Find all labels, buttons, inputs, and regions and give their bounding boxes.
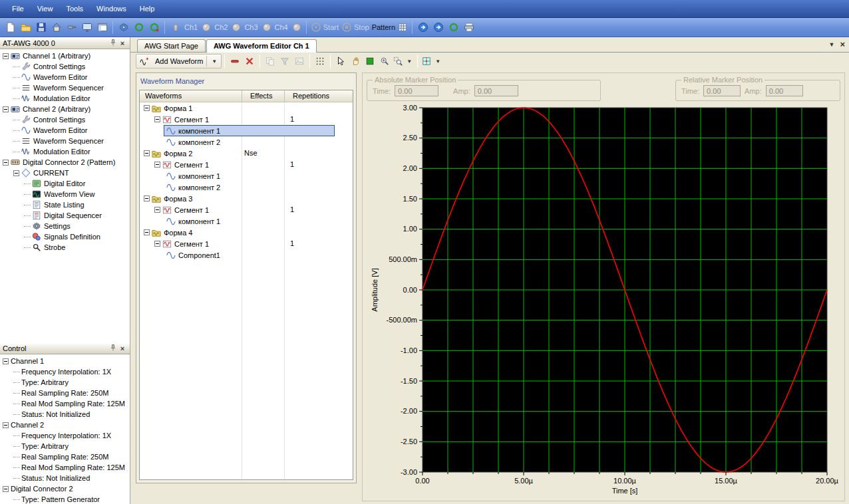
ch3-toggle-button[interactable]: Ch3 xyxy=(243,20,273,35)
tree-item-digital-editor[interactable]: Digital Editor xyxy=(0,178,130,189)
control-item-frequency-interpolation-1x[interactable]: Frequency Interpolation: 1X xyxy=(0,430,130,441)
layout-button[interactable] xyxy=(94,20,110,35)
close-panel-button[interactable]: × xyxy=(118,39,127,48)
close-panel-button[interactable]: × xyxy=(118,344,127,353)
run-button[interactable] xyxy=(415,20,430,35)
absolute-amp-input[interactable] xyxy=(474,85,518,96)
wm-component-row[interactable]: компонент 2 xyxy=(140,182,353,193)
tab-awg-start-page[interactable]: AWG Start Page xyxy=(137,39,206,52)
control-item-type-arbitrary[interactable]: Type: Arbitrary xyxy=(0,441,130,451)
tree-item-signals-definition[interactable]: Signals Definition xyxy=(0,231,130,242)
tree-item-digital-sequencer[interactable]: Digital Sequencer xyxy=(0,210,130,221)
control-item-type-pattern-generator[interactable]: Type: Pattern Generator xyxy=(0,494,130,504)
marker-tool-button[interactable]: ▼ xyxy=(421,54,443,68)
tab-list-dropdown-button[interactable]: ▼ xyxy=(828,40,834,49)
tree-item-control-settings[interactable]: Control Settings xyxy=(0,61,130,72)
control-item-real-mod-sampling-rate-125m[interactable]: Real Mod Sampling Rate: 125M xyxy=(0,462,130,473)
menu-tools[interactable]: Tools xyxy=(59,1,90,16)
control-item-status-not-initialized[interactable]: Status: Not Initialized xyxy=(0,409,130,420)
tree-item-state-listing[interactable]: State Listing xyxy=(0,199,130,210)
new-button[interactable] xyxy=(3,20,18,35)
column-waveforms[interactable]: Waveforms xyxy=(140,90,242,102)
select-region-button[interactable] xyxy=(363,54,377,68)
pin-panel-button[interactable] xyxy=(108,344,118,354)
open-button[interactable] xyxy=(18,20,33,35)
stop-button[interactable]: Stop xyxy=(340,20,371,35)
tree-expander[interactable] xyxy=(3,106,9,112)
tree-item-control-settings[interactable]: Control Settings xyxy=(0,114,130,125)
control-item-type-arbitrary[interactable]: Type: Arbitrary xyxy=(0,377,130,388)
control-item-status-not-initialized[interactable]: Status: Not Initialized xyxy=(0,473,130,483)
wm-component-row[interactable]: компонент 1 xyxy=(140,170,353,182)
wm-component-row[interactable]: компонент 1 xyxy=(140,125,353,136)
tree-expander[interactable] xyxy=(154,116,160,122)
tree-expander[interactable] xyxy=(154,162,160,168)
control-item-real-mod-sampling-rate-125m[interactable]: Real Mod Sampling Rate: 125M xyxy=(0,398,130,409)
tree-item-waveform-sequencer[interactable]: Waveform Sequencer xyxy=(0,82,130,93)
save-button[interactable] xyxy=(33,20,49,35)
tree-item-settings[interactable]: Settings xyxy=(0,221,130,231)
tree-expander[interactable] xyxy=(144,195,150,201)
add-waveform-button[interactable]: Add Waveform ▼ xyxy=(136,54,222,68)
tree-item-digital-connector-2-pattern[interactable]: Digital Connector 2 (Pattern) xyxy=(0,157,130,168)
settings-button[interactable] xyxy=(116,20,131,35)
tree-expander[interactable] xyxy=(3,422,9,428)
menu-help[interactable]: Help xyxy=(133,1,162,16)
wm-form-row[interactable]: Форма 2Nse xyxy=(140,148,353,159)
pattern-button[interactable]: Pattern xyxy=(371,20,409,35)
remove-waveform-button[interactable] xyxy=(228,54,242,68)
run-all-button[interactable] xyxy=(430,20,446,35)
wm-component-row[interactable]: Component1 xyxy=(140,249,353,261)
tree-item-waveform-editor[interactable]: Waveform Editor xyxy=(0,125,130,136)
wm-component-row[interactable]: компонент 2 xyxy=(140,136,353,148)
grid-toggle-button[interactable] xyxy=(313,54,327,68)
menu-file[interactable]: File xyxy=(5,1,31,16)
upload-button[interactable] xyxy=(168,20,183,35)
tree-item-current[interactable]: CURRENT xyxy=(0,168,130,178)
ch1-toggle-button[interactable]: Ch1 xyxy=(183,20,213,35)
chevron-down-icon[interactable]: ▼ xyxy=(405,59,413,64)
control-item-frequency-interpolation-1x[interactable]: Frequency Interpolation: 1X xyxy=(0,366,130,377)
refresh-button[interactable] xyxy=(446,20,461,35)
menu-view[interactable]: View xyxy=(31,1,60,16)
loop-record-button[interactable] xyxy=(146,20,162,35)
monitor-button[interactable] xyxy=(79,20,94,35)
wm-form-row[interactable]: Форма 1 xyxy=(140,102,353,114)
tree-item-waveform-sequencer[interactable]: Waveform Sequencer xyxy=(0,136,130,146)
waveform-chart[interactable]: 3.002.502.001.501.00500.00m0.00-500.00m-… xyxy=(367,102,840,498)
pan-tool-button[interactable] xyxy=(348,54,363,68)
wm-form-row[interactable]: Форма 3 xyxy=(140,193,353,204)
tree-expander[interactable] xyxy=(3,160,9,166)
menu-windows[interactable]: Windows xyxy=(90,1,133,16)
zoom-region-button[interactable]: ▼ xyxy=(392,54,415,68)
chevron-down-icon[interactable]: ▼ xyxy=(434,59,442,64)
tree-expander[interactable] xyxy=(144,105,150,111)
control-item-real-sampling-rate-250m[interactable]: Real Sampling Rate: 250M xyxy=(0,388,130,398)
column-repetitions[interactable]: Repetitions xyxy=(284,90,353,102)
column-effects[interactable]: Effects xyxy=(242,90,284,102)
tree-expander[interactable] xyxy=(154,241,160,247)
control-item-channel-2[interactable]: Channel 2 xyxy=(0,420,130,430)
wm-form-row[interactable]: Форма 4 xyxy=(140,227,353,238)
control-item-real-sampling-rate-250m[interactable]: Real Sampling Rate: 250M xyxy=(0,451,130,462)
tree-expander[interactable] xyxy=(13,170,19,176)
start-button[interactable]: Start xyxy=(309,20,340,35)
ch4-toggle-button[interactable]: Ch4 xyxy=(273,20,303,35)
zoom-in-button[interactable] xyxy=(377,54,392,68)
control-item-digital-connector-2[interactable]: Digital Connector 2 xyxy=(0,483,130,494)
tree-expander[interactable] xyxy=(154,207,160,213)
pin-panel-button[interactable] xyxy=(108,39,118,49)
tree-expander[interactable] xyxy=(3,53,9,59)
tree-item-channel-1-arbitrary[interactable]: Channel 1 (Arbitrary) xyxy=(0,51,130,61)
wm-segment-row[interactable]: Сегмент 11 xyxy=(140,114,353,125)
close-tab-button[interactable]: × xyxy=(840,40,845,49)
copy-button[interactable] xyxy=(263,54,277,68)
tree-item-modulation-editor[interactable]: Modulation Editor xyxy=(0,93,130,104)
chevron-down-icon[interactable]: ▼ xyxy=(210,59,218,64)
wm-segment-row[interactable]: Сегмент 11 xyxy=(140,238,353,249)
filter-button[interactable] xyxy=(277,54,292,68)
tree-item-waveform-editor[interactable]: Waveform Editor xyxy=(0,72,130,82)
delete-waveform-button[interactable] xyxy=(242,54,257,68)
tree-expander[interactable] xyxy=(144,150,150,156)
tab-awg-waveform-editor-ch1[interactable]: AWG Waveform Editor Ch 1 xyxy=(206,39,317,53)
